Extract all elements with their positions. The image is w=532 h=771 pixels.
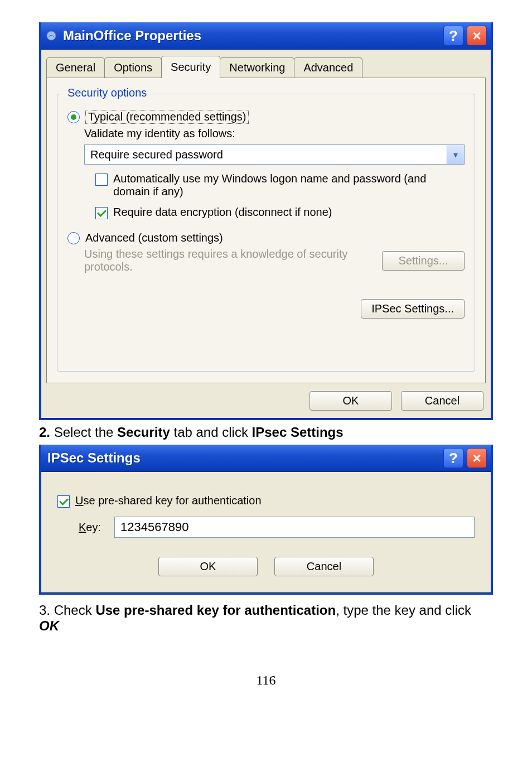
advanced-hint: Using these settings requires a knowledg… <box>84 248 374 273</box>
key-input[interactable] <box>114 517 475 538</box>
radio-typical-row[interactable]: Typical (recommended settings) <box>67 110 465 124</box>
require-encrypt-checkbox[interactable] <box>95 207 108 219</box>
ipsec-body: Use pre-shared key for authentication Ke… <box>41 472 491 593</box>
dialog-buttons: OK Cancel <box>41 391 483 411</box>
validate-label: Validate my identity as follows: <box>84 127 465 140</box>
mainoffice-properties-dialog: MainOffice Properties ? × General Option… <box>39 22 493 420</box>
tab-advanced[interactable]: Advanced <box>294 57 362 78</box>
help-icon: ? <box>449 451 458 465</box>
radio-typical-label: Typical (recommended settings) <box>85 110 249 124</box>
close-icon: × <box>472 28 481 43</box>
instruction-2-number: 2. <box>39 425 50 440</box>
use-psk-checkbox[interactable] <box>57 495 70 508</box>
validate-combo-value: Require secured password <box>85 148 447 161</box>
svg-point-0 <box>47 31 56 40</box>
ok-button[interactable]: OK <box>309 391 392 411</box>
auto-logon-checkbox[interactable] <box>95 174 108 186</box>
window-title: IPSec Settings <box>47 450 443 466</box>
titlebar: IPSec Settings ? × <box>41 445 491 472</box>
tab-options[interactable]: Options <box>104 57 162 78</box>
ok-button[interactable]: OK <box>158 557 258 576</box>
radio-typical[interactable] <box>67 111 80 123</box>
titlebar: MainOffice Properties ? × <box>41 22 491 50</box>
use-psk-label: Use pre-shared key for authentication <box>75 494 262 507</box>
instruction-2: 2. Select the Security tab and click IPs… <box>39 425 493 440</box>
dialog-buttons: OK Cancel <box>57 557 475 576</box>
use-psk-row[interactable]: Use pre-shared key for authentication <box>57 494 475 508</box>
close-button[interactable]: × <box>467 26 487 46</box>
cancel-button[interactable]: Cancel <box>401 391 483 411</box>
close-icon: × <box>472 451 481 465</box>
close-button[interactable]: × <box>467 448 487 468</box>
radio-advanced[interactable] <box>67 232 80 244</box>
auto-logon-row[interactable]: Automatically use my Windows logon name … <box>95 172 465 198</box>
key-label: Key: <box>79 521 101 534</box>
group-title: Security options <box>64 86 150 99</box>
help-button[interactable]: ? <box>443 26 463 46</box>
security-options-group: Security options Typical (recommended se… <box>57 94 475 372</box>
cancel-button[interactable]: Cancel <box>274 557 374 576</box>
radio-advanced-row[interactable]: Advanced (custom settings) <box>67 232 465 244</box>
window-title: MainOffice Properties <box>63 28 443 44</box>
page-number: 116 <box>39 673 493 688</box>
app-icon <box>45 30 57 42</box>
radio-advanced-label: Advanced (custom settings) <box>85 232 223 244</box>
tab-general[interactable]: General <box>46 57 105 78</box>
tab-security[interactable]: Security <box>161 56 220 78</box>
ipsec-settings-dialog: IPSec Settings ? × Use pre-shared key fo… <box>39 445 493 595</box>
instruction-3: 3. Check Use pre-shared key for authenti… <box>39 603 493 634</box>
validate-combo[interactable]: Require secured password ▾ <box>84 144 465 165</box>
require-encrypt-label: Require data encryption (disconnect if n… <box>113 206 332 219</box>
require-encrypt-row[interactable]: Require data encryption (disconnect if n… <box>95 206 465 219</box>
auto-logon-label: Automatically use my Windows logon name … <box>113 172 465 198</box>
ipsec-settings-button[interactable]: IPSec Settings... <box>361 299 465 319</box>
help-button[interactable]: ? <box>443 448 463 468</box>
help-icon: ? <box>449 28 458 43</box>
tab-networking[interactable]: Networking <box>220 57 294 78</box>
chevron-down-icon: ▾ <box>453 150 458 160</box>
security-tab-panel: Security options Typical (recommended se… <box>46 78 486 383</box>
tab-strip: General Options Security Networking Adva… <box>46 55 486 78</box>
key-row: Key: <box>79 517 475 538</box>
validate-combo-button[interactable]: ▾ <box>447 145 464 164</box>
settings-button: Settings... <box>382 251 465 271</box>
